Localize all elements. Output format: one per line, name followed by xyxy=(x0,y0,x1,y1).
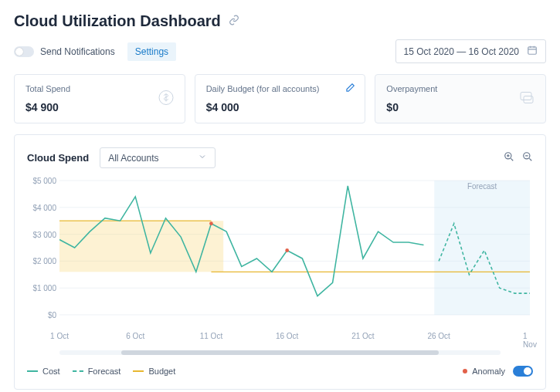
card-label: Daily Budget (for all accounts) xyxy=(206,84,355,93)
card-value: $0 xyxy=(386,101,535,113)
chart-panel: Cloud Spend All Accounts $0$1 000$2 000$… xyxy=(14,134,546,390)
date-range-value: 15 Oct 2020 — 16 Oct 2020 xyxy=(404,46,519,57)
chart-area: $0$1 000$2 000$3 000$4 000$5 000 Forecas… xyxy=(59,176,530,330)
dollar-icon xyxy=(157,89,175,110)
card-value: $4 900 xyxy=(25,101,174,113)
svg-point-17 xyxy=(209,221,213,225)
anomaly-toggle[interactable] xyxy=(513,366,533,377)
notifications-label: Send Notifications xyxy=(40,46,115,57)
card-daily-budget: Daily Budget (for all accounts) $4 000 xyxy=(195,74,366,123)
accounts-select[interactable]: All Accounts xyxy=(100,147,216,168)
edit-icon[interactable] xyxy=(344,83,355,96)
chart-title: Cloud Spend xyxy=(27,152,89,164)
chart-scrollbar[interactable] xyxy=(59,350,501,355)
card-label: Total Spend xyxy=(25,84,174,93)
chart-svg: Forecast xyxy=(59,176,530,330)
zoom-in-icon[interactable] xyxy=(504,151,514,164)
svg-point-18 xyxy=(285,248,289,252)
legend-anomaly: Anomaly xyxy=(463,367,505,376)
legend-budget[interactable]: Budget xyxy=(133,367,175,376)
date-range-picker[interactable]: 15 Oct 2020 — 16 Oct 2020 xyxy=(395,39,546,63)
chevron-down-icon xyxy=(198,152,207,164)
legend-forecast[interactable]: Forecast xyxy=(73,367,121,376)
svg-rect-0 xyxy=(528,47,537,54)
card-label: Overpayment xyxy=(386,84,535,93)
accounts-select-value: All Accounts xyxy=(108,153,158,164)
card-total-spend: Total Spend $4 900 xyxy=(14,74,185,123)
calendar-icon xyxy=(527,45,538,58)
chat-icon xyxy=(518,89,536,110)
svg-text:Forecast: Forecast xyxy=(467,182,497,191)
svg-rect-13 xyxy=(434,181,530,315)
card-value: $4 000 xyxy=(206,101,355,113)
legend-cost[interactable]: Cost xyxy=(27,367,60,376)
settings-button[interactable]: Settings xyxy=(127,42,176,61)
link-icon[interactable] xyxy=(229,15,239,28)
card-overpayment: Overpayment $0 xyxy=(375,74,546,123)
notifications-toggle[interactable] xyxy=(14,46,34,57)
page-title: Cloud Utilization Dashboard xyxy=(14,12,221,30)
zoom-out-icon[interactable] xyxy=(522,151,533,164)
